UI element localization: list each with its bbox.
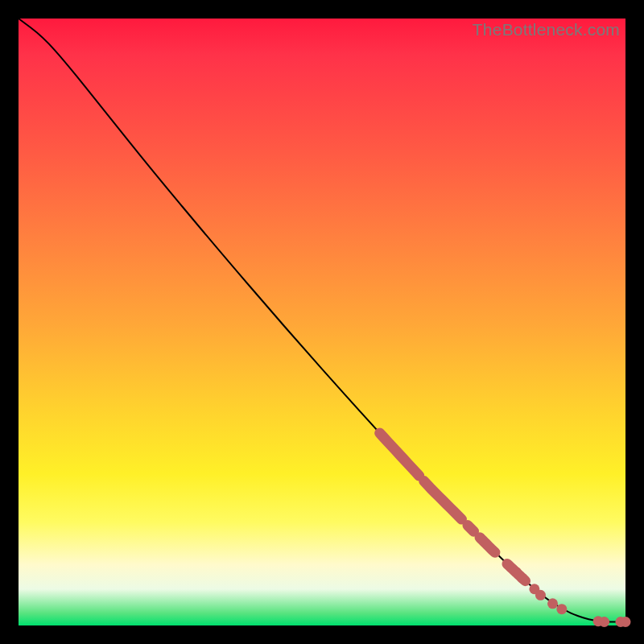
highlight-point — [547, 598, 558, 609]
highlight-segments — [380, 433, 526, 581]
curve-line — [19, 19, 625, 621]
highlight-segment — [424, 481, 462, 520]
highlight-point — [599, 617, 609, 627]
highlight-segment — [480, 538, 495, 553]
plot-area: TheBottleneck.com — [19, 19, 625, 625]
chart-overlay — [19, 19, 625, 625]
highlight-point — [556, 604, 567, 614]
highlight-points — [511, 567, 631, 627]
chart-frame: TheBottleneck.com — [0, 0, 644, 644]
highlight-point — [517, 573, 527, 584]
highlight-point — [535, 590, 546, 601]
highlight-segment — [380, 433, 419, 476]
highlight-point — [621, 617, 631, 627]
highlight-segment — [468, 526, 474, 532]
